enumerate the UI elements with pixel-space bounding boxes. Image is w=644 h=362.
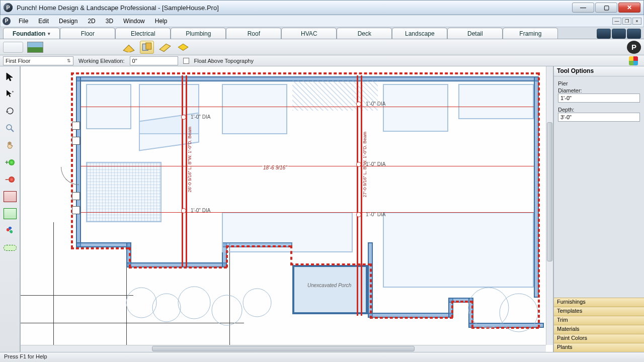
lib-tab-furnishings[interactable]: Furnishings <box>554 298 644 307</box>
working-elevation-value: 0" <box>132 58 137 64</box>
svg-marker-0 <box>123 45 134 52</box>
float-above-checkbox[interactable] <box>183 58 189 64</box>
view-mode-button-2[interactable] <box>612 29 626 39</box>
status-bar: Press F1 for Help <box>0 352 644 362</box>
zoom-tool[interactable] <box>3 122 17 135</box>
cursor-icon <box>5 72 15 82</box>
remove-marker-tool[interactable]: − <box>3 173 17 186</box>
dim-line <box>81 212 534 213</box>
ghost-stair <box>86 162 162 222</box>
diameter-label: Diameter: <box>558 87 640 94</box>
chevron-down-icon: ▾ <box>48 31 50 36</box>
svg-line-10 <box>11 129 14 132</box>
pier-label: 1'-0" DIA <box>191 114 210 120</box>
depth-input[interactable] <box>558 113 640 122</box>
landscape-icon <box>121 267 373 338</box>
menu-2d[interactable]: 2D <box>83 17 100 26</box>
scroll-thumb[interactable] <box>152 346 415 351</box>
menu-design[interactable]: Design <box>54 17 83 26</box>
arc-tool-2[interactable] <box>3 207 17 220</box>
gridline <box>53 222 54 345</box>
svg-point-9 <box>7 125 12 130</box>
add-marker-tool[interactable]: + <box>3 156 17 169</box>
rotate-tool[interactable] <box>3 105 17 118</box>
menu-edit[interactable]: Edit <box>33 17 54 26</box>
select-tool[interactable] <box>3 70 17 83</box>
lib-tab-templates[interactable]: Templates <box>554 307 644 316</box>
wall <box>76 76 81 247</box>
select-plus-tool[interactable]: + <box>3 87 17 101</box>
tab-plumbing[interactable]: Plumbing <box>171 28 226 39</box>
lib-tab-materials[interactable]: Materials <box>554 325 644 334</box>
opening-marker <box>72 192 80 200</box>
dim-line <box>81 166 534 166</box>
tab-detail[interactable]: Detail <box>447 28 503 39</box>
mdi-minimize-button[interactable]: — <box>612 18 621 25</box>
view-mode-button-1[interactable] <box>597 29 611 39</box>
foundation-toolbar: P <box>0 39 644 55</box>
view-cube-icon[interactable] <box>629 56 638 65</box>
tab-framing[interactable]: Framing <box>503 28 558 39</box>
pier-marker <box>181 208 186 213</box>
tab-deck[interactable]: Deck <box>337 28 392 39</box>
green-dot-icon <box>9 159 15 165</box>
tool-options-body: Pier Diameter: Depth: <box>554 76 644 298</box>
drawing-canvas[interactable]: Unexcavated Porch 26'-0 9/16" L. B"W. <box>21 66 546 345</box>
view-mode-button-3[interactable] <box>627 29 641 39</box>
minimize-button[interactable]: — <box>572 3 594 13</box>
landscape-icon <box>458 278 546 343</box>
arc-icon <box>4 191 17 202</box>
app-icon: P <box>4 3 13 12</box>
close-button[interactable]: ✕ <box>618 3 640 13</box>
tab-landscape[interactable]: Landscape <box>392 28 447 39</box>
menu-file[interactable]: File <box>14 17 33 26</box>
tab-floor[interactable]: Floor <box>60 28 115 39</box>
chain-tool[interactable] <box>3 241 17 254</box>
working-elevation-input[interactable]: 0" <box>130 56 178 65</box>
plan-tabs: Foundation▾ Floor Electrical Plumbing Ro… <box>0 27 644 39</box>
pier-tool-button[interactable] <box>140 41 154 54</box>
tab-roof[interactable]: Roof <box>226 28 281 39</box>
beam-tool-button[interactable] <box>176 41 190 54</box>
gridline <box>21 295 133 296</box>
door-arc <box>61 167 79 185</box>
svg-text:+: + <box>12 89 14 94</box>
footing-tool-button[interactable] <box>122 41 136 54</box>
foundation-line <box>451 301 453 318</box>
floor-selector[interactable]: First Floor ⇅ <box>3 56 73 65</box>
svg-point-15 <box>243 289 271 317</box>
title-bar: P Punch! Home Design & Landscape Profess… <box>0 0 644 15</box>
drawing-canvas-wrap: Unexcavated Porch 26'-0 9/16" L. B"W. <box>20 66 553 352</box>
hand-icon <box>5 140 15 150</box>
horizontal-scrollbar[interactable] <box>21 345 546 352</box>
post-tool-button[interactable] <box>158 41 172 54</box>
motion-tool[interactable] <box>3 224 17 237</box>
tab-electrical[interactable]: Electrical <box>115 28 171 39</box>
lib-tab-trim[interactable]: Trim <box>554 316 644 325</box>
svg-marker-3 <box>159 44 171 51</box>
window-title: Punch! Home Design & Landscape Professio… <box>17 4 571 12</box>
terrain-swatch[interactable] <box>27 42 43 53</box>
svg-rect-2 <box>146 43 151 49</box>
tab-hvac[interactable]: HVAC <box>281 28 337 39</box>
svg-marker-5 <box>7 73 13 81</box>
opening-marker <box>72 206 80 214</box>
menu-window[interactable]: Window <box>118 17 150 26</box>
lib-tab-plants[interactable]: Plants <box>554 343 644 352</box>
wall-tool-button[interactable] <box>3 42 23 53</box>
svg-point-11 <box>126 288 156 318</box>
scroll-thumb[interactable] <box>547 122 552 261</box>
lib-tab-paint[interactable]: Paint Colors <box>554 334 644 343</box>
mdi-close-button[interactable]: × <box>632 18 641 25</box>
arc-tool-1[interactable] <box>3 190 17 203</box>
pan-tool[interactable] <box>3 139 17 152</box>
foundation-line <box>370 317 453 319</box>
mdi-restore-button[interactable]: ❐ <box>622 18 631 25</box>
tab-foundation[interactable]: Foundation▾ <box>3 28 60 39</box>
maximize-button[interactable]: ▢ <box>595 3 617 13</box>
vertical-scrollbar[interactable] <box>546 66 553 345</box>
menu-help[interactable]: Help <box>150 17 173 26</box>
menu-3d[interactable]: 3D <box>101 17 118 26</box>
cursor-plus-icon: + <box>5 89 15 99</box>
diameter-input[interactable] <box>558 94 640 103</box>
